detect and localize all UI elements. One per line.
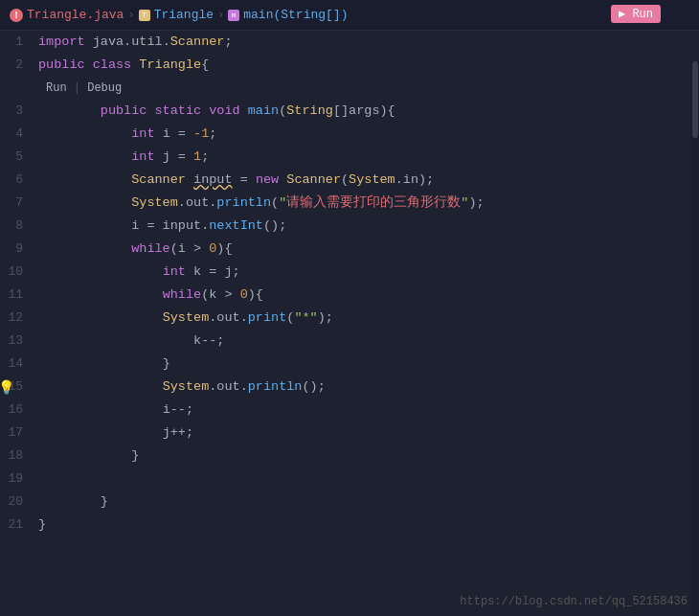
token: System <box>163 310 210 325</box>
run-button[interactable]: Run <box>46 81 67 95</box>
token: while <box>163 287 202 302</box>
line-number: 21 <box>0 513 34 536</box>
token <box>38 264 163 279</box>
token: 请输入需要打印的三角形行数 <box>286 195 461 210</box>
line-number: 11 <box>0 284 34 307</box>
token: (); <box>263 218 286 233</box>
token <box>38 195 131 210</box>
token: public static void <box>101 103 248 118</box>
token: 1 <box>193 149 201 164</box>
run-pink-badge[interactable]: ▶ Run <box>611 5 661 23</box>
line-content: Scanner input = new Scanner(System.in); <box>34 169 699 192</box>
line-number: 2 <box>0 54 34 77</box>
breadcrumb-classname[interactable]: Triangle <box>154 8 214 22</box>
watermark: https://blog.csdn.net/qq_52158436 <box>460 595 688 608</box>
line-content: public class Triangle{ <box>34 54 699 77</box>
table-row: 1import java.util.Scanner; <box>0 31 699 54</box>
token: import <box>38 34 93 49</box>
token: int <box>131 149 162 164</box>
table-row: 10 int k = j; <box>0 261 699 284</box>
token: System <box>131 195 178 210</box>
token: ){ <box>216 241 232 256</box>
breadcrumb-sep2: › <box>217 9 224 22</box>
line-content: System.out.println(); <box>34 376 699 399</box>
table-row: 13 k--; <box>0 330 699 353</box>
table-row: 4 int i = -1; <box>0 123 699 146</box>
token: { <box>201 57 209 72</box>
debug-button[interactable]: Debug <box>87 81 122 95</box>
token: 0 <box>240 287 248 302</box>
token: ); <box>318 310 333 325</box>
line-content: Run | Debug <box>34 77 699 100</box>
table-row: 16 i--; <box>0 399 699 422</box>
token <box>38 448 131 463</box>
line-content: j++; <box>34 422 699 445</box>
line-content: i--; <box>34 399 699 422</box>
table-row: 17 j++; <box>0 422 699 445</box>
token: (k > <box>201 287 240 302</box>
line-number: 18 <box>0 445 34 468</box>
token: new <box>256 172 286 187</box>
token: main <box>248 103 279 118</box>
token <box>38 402 163 417</box>
line-number: 6 <box>0 169 34 192</box>
table-row: 15💡 System.out.println(); <box>0 376 699 399</box>
table-row: 6 Scanner input = new Scanner(System.in)… <box>0 169 699 192</box>
line-content: while(i > 0){ <box>34 238 699 261</box>
token: Triangle <box>139 57 201 72</box>
token: Scanner <box>286 172 341 187</box>
line-content: } <box>34 445 699 468</box>
line-number: 19 <box>0 468 34 491</box>
token <box>38 218 131 233</box>
token: .out. <box>209 379 248 394</box>
table-row: 7 System.out.println("请输入需要打印的三角形行数"); <box>0 192 699 215</box>
line-number: 20 <box>0 491 34 513</box>
token: .in); <box>395 172 435 187</box>
scrollbar-thumb[interactable] <box>692 61 698 138</box>
table-row: 19 <box>0 468 699 491</box>
token: } <box>163 356 170 371</box>
lightbulb-icon[interactable]: 💡 <box>0 379 14 396</box>
token: -1 <box>193 126 209 141</box>
line-content: System.out.print("*"); <box>34 307 699 330</box>
method-icon: m <box>228 10 239 21</box>
token <box>38 333 193 348</box>
token: .out. <box>209 310 248 325</box>
code-lines: 1import java.util.Scanner;2public class … <box>0 31 699 536</box>
token: java.util. <box>93 34 170 49</box>
token <box>186 172 193 187</box>
token: println <box>248 379 303 394</box>
token <box>38 287 163 302</box>
token: (); <box>302 379 325 394</box>
token <box>38 379 163 394</box>
token: j = <box>163 149 193 164</box>
line-content: import java.util.Scanner; <box>34 31 699 54</box>
token <box>38 494 101 509</box>
token: ; <box>224 34 232 49</box>
token: ( <box>271 195 279 210</box>
line-number: 5 <box>0 146 34 169</box>
token: ( <box>341 172 349 187</box>
breadcrumb-method[interactable]: main(String[]) <box>243 8 348 22</box>
token: } <box>101 494 108 509</box>
scrollbar[interactable] <box>691 61 699 616</box>
token <box>38 241 131 256</box>
token: i = input. <box>131 218 209 233</box>
token: } <box>131 448 139 463</box>
line-content: int j = 1; <box>34 146 699 169</box>
line-content: k--; <box>34 330 699 353</box>
line-number: 3 <box>0 100 34 123</box>
token <box>38 356 163 371</box>
token <box>38 425 163 440</box>
line-content: public static void main(String[]args){ <box>34 100 699 123</box>
token: print <box>248 310 287 325</box>
token: j++; <box>163 425 193 440</box>
table-row: 2public class Triangle{ <box>0 54 699 77</box>
token: input <box>193 172 233 187</box>
breadcrumb-filename[interactable]: Triangle.java <box>27 8 124 22</box>
line-number: 14 <box>0 353 34 376</box>
token: k = j; <box>193 264 240 279</box>
token: } <box>38 517 46 532</box>
line-content: System.out.println("请输入需要打印的三角形行数"); <box>34 192 699 215</box>
triangle-class-icon: T <box>139 10 150 21</box>
